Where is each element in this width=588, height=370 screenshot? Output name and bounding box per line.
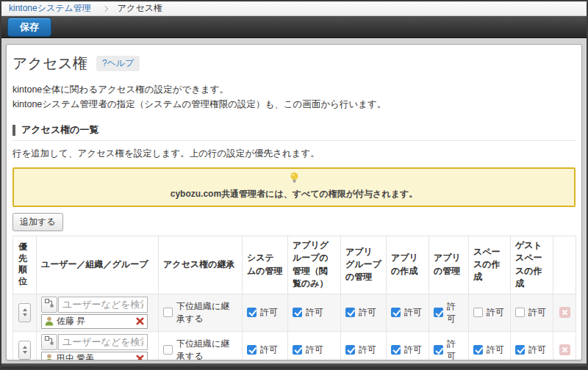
permission-checkbox[interactable] [345,345,355,355]
permission-label: 許可 [359,344,376,356]
spinner-down-icon [23,351,27,354]
lightbulb-icon [290,172,299,184]
section-note: 行を追加して、アクセス権を設定します。上の行の設定が優先されます。 [12,148,576,160]
permission-label: 許可 [487,306,504,319]
content-card: アクセス権 ?ヘルプ kintone全体に関わるアクセス権の設定ができます。 k… [6,44,582,360]
section-marker [12,125,15,136]
spinner-up-icon [23,308,27,311]
permission-checkbox[interactable] [293,345,302,355]
permission-checkbox[interactable] [515,345,525,355]
permission-label: 許可 [260,306,278,319]
breadcrumb-current: アクセス権 [118,2,162,15]
user-name: 田中 愛美 [57,352,94,360]
permission-cell: 許可 [243,294,288,331]
permission-checkbox[interactable] [391,345,401,355]
permission-cell: 許可 [288,294,341,331]
permission-cell: 許可 [469,294,511,331]
org-tree-icon [45,336,54,348]
priority-spinner[interactable] [18,341,31,360]
permission-checkbox[interactable] [247,308,257,317]
col-header-user-org-group: ユーザー／組織／グループ [37,236,159,294]
user-search-input[interactable] [58,334,148,350]
permission-cell: 許可 [429,331,469,360]
permission-label: 許可 [447,338,464,360]
permission-cell: 許可 [387,331,429,360]
permission-checkbox[interactable] [293,308,302,317]
remove-user-button[interactable] [136,355,144,360]
user-search-input[interactable] [58,297,148,313]
permission-label: 許可 [447,300,464,325]
permission-cell: 許可 [288,331,341,360]
breadcrumb: kintoneシステム管理 アクセス権 [1,1,587,16]
access-rights-table: 優先順位 ユーザー／組織／グループ アクセス権の継承 システムの管理 アプリグル… [12,236,576,360]
save-button[interactable]: 保存 [7,18,51,37]
org-select-button[interactable] [41,297,57,313]
notice-text: cybozu.com共通管理者には、すべての権限が付与されます。 [18,188,570,200]
permission-label: 許可 [487,344,504,356]
col-header-app-create: アプリの作成 [387,236,429,294]
table-header-row: 優先順位 ユーザー／組織／グループ アクセス権の継承 システムの管理 アプリグル… [13,236,576,294]
description-line: kintone全体に関わるアクセス権の設定ができます。 [12,84,229,95]
delete-x-icon [562,347,567,352]
selected-user-chip: 佐藤 昇 [41,314,148,329]
inherit-label: 下位組織に継承する [176,300,237,325]
user-name: 佐藤 昇 [57,315,85,327]
col-header-gestspace-create: ゲストスペースの作成 [511,236,553,294]
permission-checkbox[interactable] [345,308,355,317]
delete-cell [553,294,576,331]
spinner-up-icon [23,346,27,349]
delete-row-button[interactable] [559,307,570,318]
section-header: アクセス権の一覧 [12,123,576,141]
col-header-app-admin: アプリの管理 [429,236,469,294]
inheritance-cell: 下位組織に継承する [159,294,243,331]
permission-cell: 許可 [469,331,511,360]
priority-cell [13,294,37,331]
action-toolbar: 保存 [1,16,587,38]
selected-user-chip: 田中 愛美 [41,352,148,360]
remove-x-icon [136,354,144,360]
permission-label: 許可 [404,306,422,319]
col-header-system-admin: システムの管理 [243,236,288,294]
permission-label: 許可 [528,344,546,356]
permission-checkbox[interactable] [515,308,525,317]
user-cell: 田中 愛美 [37,331,159,360]
notice-box: cybozu.com共通管理者には、すべての権限が付与されます。 [12,167,576,207]
inherit-checkbox[interactable] [163,345,173,355]
inherit-checkbox[interactable] [163,308,173,317]
permission-label: 許可 [260,344,278,356]
help-link[interactable]: ?ヘルプ [96,56,140,71]
permission-checkbox[interactable] [473,345,483,355]
permission-label: 許可 [528,306,546,319]
permission-cell: 許可 [243,331,288,360]
page-background: アクセス権 ?ヘルプ kintone全体に関わるアクセス権の設定ができます。 k… [1,38,587,360]
permission-cell: 許可 [387,294,429,331]
org-tree-icon [45,299,54,311]
inheritance-cell: 下位組織に継承する [159,331,243,360]
permission-checkbox[interactable] [434,308,443,317]
delete-row-button[interactable] [559,344,570,355]
priority-spinner[interactable] [18,303,31,322]
remove-x-icon [136,316,144,327]
table-row: 佐藤 昇下位組織に継承する許可許可許可許可許可許可許可 [13,294,576,331]
permission-cell: 許可 [341,294,387,331]
table-row: 田中 愛美下位組織に継承する許可許可許可許可許可許可許可 [13,331,576,360]
permission-label: 許可 [306,344,323,356]
section-title: アクセス権の一覧 [21,123,99,137]
chevron-right-icon [102,5,108,11]
permission-checkbox[interactable] [391,308,401,317]
add-row-button[interactable]: 追加する [12,213,63,231]
org-select-button[interactable] [41,334,57,350]
delete-cell [553,331,576,360]
permission-checkbox[interactable] [434,345,443,355]
col-header-priority: 優先順位 [13,236,37,294]
col-header-appgroup-admin: アプリグループの管理 [341,236,387,294]
permission-checkbox[interactable] [473,308,483,317]
permission-cell: 許可 [511,294,553,331]
breadcrumb-link-system-admin[interactable]: kintoneシステム管理 [9,2,91,15]
remove-user-button[interactable] [136,317,144,325]
permission-checkbox[interactable] [247,345,257,355]
inherit-label: 下位組織に継承する [176,338,237,360]
permission-label: 許可 [359,306,376,319]
user-icon [45,316,54,326]
description-line: kintoneシステム管理者の指定（システムの管理権限の設定）も、この画面から行… [12,99,386,109]
